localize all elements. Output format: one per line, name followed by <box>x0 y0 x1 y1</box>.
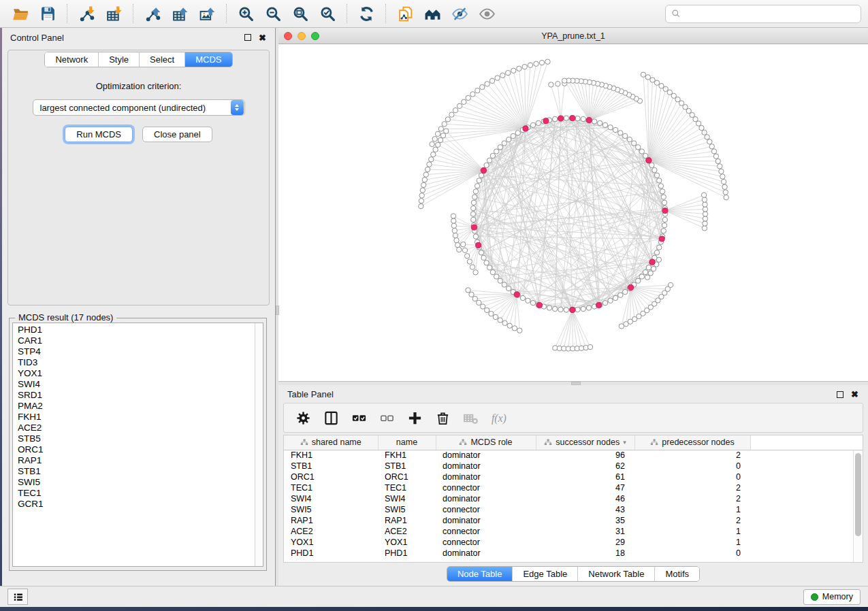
cell-predecessor-nodes[interactable]: 1 <box>634 537 750 548</box>
cell-successor-nodes[interactable]: 46 <box>536 493 634 504</box>
cell-MCDS-role[interactable]: connector <box>436 482 536 493</box>
mcds-result-item[interactable]: RAP1 <box>18 455 255 466</box>
first-neighbors-icon[interactable] <box>419 3 446 24</box>
mcds-result-item[interactable]: ORC1 <box>18 444 255 455</box>
cell-successor-nodes[interactable]: 47 <box>536 482 634 493</box>
export-table-icon[interactable] <box>166 3 193 24</box>
cell-name[interactable]: FKH1 <box>378 450 436 461</box>
cell-MCDS-role[interactable]: dominator <box>436 493 536 504</box>
table-scrollbar[interactable] <box>853 450 863 562</box>
mcds-result-item[interactable]: YOX1 <box>18 368 255 379</box>
cell-predecessor-nodes[interactable]: 1 <box>634 526 750 537</box>
delete-column-icon[interactable] <box>432 407 453 429</box>
import-table-icon[interactable] <box>100 3 127 24</box>
cell-name[interactable]: ACE2 <box>378 526 436 537</box>
cell-predecessor-nodes[interactable]: 2 <box>634 515 750 526</box>
column-header-MCDS-role[interactable]: MCDS role <box>436 435 536 450</box>
scrollbar-thumb[interactable] <box>855 453 861 536</box>
cell-shared-name[interactable]: SWI4 <box>284 493 378 504</box>
cell-MCDS-role[interactable]: dominator <box>436 548 536 559</box>
close-panel-button[interactable]: Close panel <box>142 127 212 142</box>
mcds-list-scrollbar[interactable] <box>255 323 263 566</box>
float-icon[interactable] <box>243 33 252 42</box>
mcds-result-item[interactable]: SRD1 <box>18 390 255 401</box>
tab-mcds[interactable]: MCDS <box>184 52 231 67</box>
network-canvas[interactable] <box>278 44 868 381</box>
memory-button[interactable]: Memory <box>803 589 861 605</box>
table-row[interactable]: YOX1YOX1connector291 <box>284 537 863 548</box>
cell-name[interactable]: SWI5 <box>378 504 436 515</box>
mcds-result-item[interactable]: TEC1 <box>18 488 255 499</box>
table-row[interactable]: RAP1RAP1dominator352 <box>284 515 863 526</box>
table-row[interactable]: TEC1TEC1connector472 <box>284 482 863 493</box>
columns-icon[interactable] <box>320 407 342 429</box>
import-network-icon[interactable] <box>73 3 100 24</box>
cell-shared-name[interactable]: TEC1 <box>284 482 378 493</box>
cell-predecessor-nodes[interactable]: 2 <box>634 482 750 493</box>
select-all-icon[interactable] <box>348 407 370 429</box>
cell-shared-name[interactable]: SWI5 <box>284 504 378 515</box>
tab-network[interactable]: Network <box>45 52 98 67</box>
table-row[interactable]: SWI4SWI4dominator462 <box>284 493 863 504</box>
cell-name[interactable]: ORC1 <box>378 472 436 482</box>
table-row[interactable]: STB1STB1dominator620 <box>284 461 863 472</box>
close-icon[interactable]: ✖ <box>850 390 859 399</box>
cell-successor-nodes[interactable]: 43 <box>536 504 634 515</box>
cell-shared-name[interactable]: FKH1 <box>284 450 378 461</box>
zoom-in-icon[interactable] <box>232 3 259 24</box>
refresh-icon[interactable] <box>353 3 380 24</box>
zoom-fit-icon[interactable] <box>287 3 314 24</box>
cell-MCDS-role[interactable]: dominator <box>436 472 536 482</box>
export-network-icon[interactable] <box>139 3 166 24</box>
cell-predecessor-nodes[interactable]: 1 <box>634 504 750 515</box>
tab-motifs[interactable]: Motifs <box>654 567 699 581</box>
add-column-icon[interactable] <box>404 407 425 429</box>
tab-node-table[interactable]: Node Table <box>447 567 513 581</box>
network-window-titlebar[interactable]: YPA_prune.txt_1 <box>278 28 868 44</box>
column-header-name[interactable]: name <box>378 435 436 450</box>
optimization-criterion-select[interactable]: largest connected component (undirected) <box>33 99 245 116</box>
cell-predecessor-nodes[interactable]: 2 <box>634 450 750 461</box>
deselect-all-icon[interactable] <box>376 407 398 429</box>
cell-name[interactable]: YOX1 <box>378 537 436 548</box>
cell-name[interactable]: RAP1 <box>378 515 436 526</box>
column-header-predecessor-nodes[interactable]: predecessor nodes <box>634 435 750 450</box>
table-row[interactable]: PHD1PHD1dominator180 <box>284 548 863 559</box>
search-box[interactable] <box>665 5 861 23</box>
cell-shared-name[interactable]: YOX1 <box>284 537 378 548</box>
mcds-result-item[interactable]: TID3 <box>18 357 255 368</box>
float-icon[interactable] <box>835 390 844 399</box>
mcds-result-item[interactable]: SWI5 <box>18 477 255 488</box>
tab-edge-table[interactable]: Edge Table <box>512 567 577 581</box>
cell-name[interactable]: STB1 <box>378 461 436 472</box>
cell-predecessor-nodes[interactable]: 2 <box>634 493 750 504</box>
cell-MCDS-role[interactable]: connector <box>436 537 536 548</box>
mcds-result-item[interactable]: PHD1 <box>18 325 255 335</box>
table-row[interactable]: ORC1ORC1dominator610 <box>284 472 863 482</box>
cell-successor-nodes[interactable]: 61 <box>536 472 634 482</box>
mcds-result-list[interactable]: PHD1CAR1STP4TID3YOX1SWI4SRD1PMA2FKH1ACE2… <box>12 323 263 567</box>
zoom-selected-icon[interactable] <box>314 3 341 24</box>
mcds-result-item[interactable]: STP4 <box>18 346 255 357</box>
cell-MCDS-role[interactable]: dominator <box>436 450 536 461</box>
cell-MCDS-role[interactable]: connector <box>436 504 536 515</box>
cell-shared-name[interactable]: PHD1 <box>284 548 378 559</box>
column-header-successor-nodes[interactable]: successor nodes▾ <box>536 435 634 450</box>
cell-successor-nodes[interactable]: 18 <box>536 548 634 559</box>
cell-MCDS-role[interactable]: dominator <box>436 515 536 526</box>
mcds-result-item[interactable]: STB5 <box>18 433 255 444</box>
mcds-result-item[interactable]: FKH1 <box>18 412 255 423</box>
clone-network-icon[interactable] <box>391 3 419 24</box>
mcds-result-item[interactable]: CAR1 <box>18 335 255 346</box>
cell-successor-nodes[interactable]: 96 <box>536 450 634 461</box>
mcds-result-item[interactable]: GCR1 <box>18 499 255 510</box>
cell-MCDS-role[interactable]: connector <box>436 526 536 537</box>
export-image-icon[interactable] <box>193 3 221 24</box>
cell-predecessor-nodes[interactable]: 0 <box>634 472 750 482</box>
task-list-icon[interactable] <box>7 589 28 605</box>
table-row[interactable]: SWI5SWI5connector431 <box>284 504 863 515</box>
cell-name[interactable]: PHD1 <box>378 548 436 559</box>
cell-shared-name[interactable]: ACE2 <box>284 526 378 537</box>
tab-style[interactable]: Style <box>98 52 139 67</box>
cell-shared-name[interactable]: STB1 <box>284 461 378 472</box>
